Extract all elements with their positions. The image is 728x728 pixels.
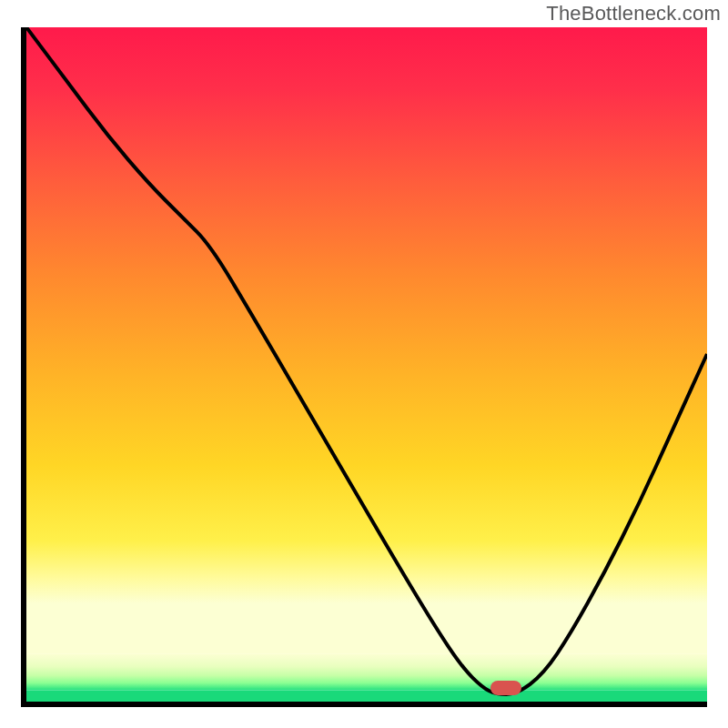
watermark-text: TheBottleneck.com xyxy=(546,2,721,25)
chart-area xyxy=(21,27,707,707)
bottleneck-curve xyxy=(26,27,707,707)
minimum-marker-pill xyxy=(490,681,521,695)
